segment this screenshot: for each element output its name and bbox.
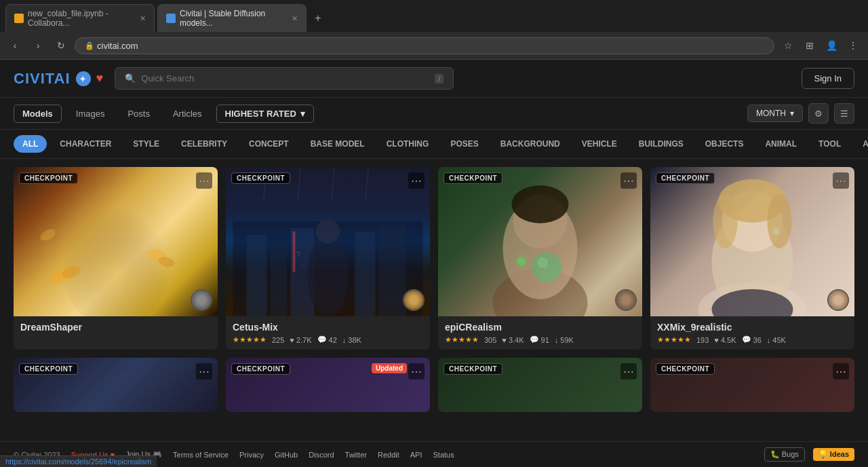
cat-btn-tool[interactable]: TOOL — [810, 135, 850, 153]
footer-twitter-link[interactable]: Twitter — [345, 451, 367, 459]
card-menu-bottom2[interactable]: ⋯ — [408, 363, 425, 379]
model-card-cetus[interactable]: ラ ン CHECKPOINT ⋯ Cetus-Mix ★★★★★ 225 — [226, 167, 430, 350]
cat-btn-style[interactable]: STYLE — [124, 135, 168, 153]
logo-plus-button[interactable]: + — [76, 71, 91, 86]
search-input[interactable] — [141, 73, 429, 83]
tab-close-colab[interactable]: ✕ — [140, 14, 146, 23]
card-badge-epic: CHECKPOINT — [443, 172, 502, 184]
card-badge-dreamshaper: CHECKPOINT — [19, 172, 78, 184]
logo-heart-icon[interactable]: ♥ — [96, 71, 104, 86]
filter-tab-models[interactable]: Models — [14, 105, 62, 123]
heart-icon-xxmix: ♥ — [714, 336, 719, 344]
footer-right: 🐛 Bugs 💡 Ideas — [764, 447, 854, 462]
profile-button[interactable]: 👤 — [822, 36, 841, 55]
card-badge-bottom4: CHECKPOINT — [656, 363, 715, 375]
rating-count-xxmix: 193 — [696, 336, 709, 344]
search-bar[interactable]: 🔍 / — [115, 67, 454, 90]
footer-api-link[interactable]: API — [410, 451, 422, 459]
cat-btn-celebrity[interactable]: CELEBRITY — [172, 135, 236, 153]
svg-rect-7 — [247, 235, 267, 316]
cat-btn-character[interactable]: CHARACTER — [51, 135, 120, 153]
svg-rect-8 — [271, 242, 288, 316]
forward-button[interactable]: › — [28, 36, 47, 55]
ideas-button[interactable]: 💡 Ideas — [813, 448, 854, 461]
download-icon-cetus: ↓ — [342, 336, 347, 344]
card-badge-bottom1: CHECKPOINT — [19, 363, 78, 375]
comment-icon-cetus: 💬 — [317, 335, 327, 344]
card-avatar-epic — [615, 289, 637, 311]
bug-report-button[interactable]: 🐛 Bugs — [764, 447, 805, 462]
downloads-cetus: ↓ 38K — [342, 336, 361, 344]
svg-line-17 — [332, 167, 335, 201]
cat-btn-vehicle[interactable]: VEHICLE — [573, 135, 626, 153]
model-card-bottom4[interactable]: CHECKPOINT ⋯ — [650, 358, 854, 412]
reload-button[interactable]: ↻ — [52, 36, 71, 55]
filter-bar: Models Images Posts Articles HIGHEST RAT… — [0, 98, 868, 130]
card-image-dreamshaper: CHECKPOINT ⋯ — [14, 167, 218, 316]
cat-btn-objects[interactable]: OBJECTS — [696, 135, 753, 153]
cat-btn-buildings[interactable]: BUILDINGS — [630, 135, 692, 153]
tab-close-civitai[interactable]: ✕ — [292, 14, 298, 23]
footer-status-link[interactable]: Status — [433, 451, 454, 459]
tab-civitai[interactable]: Civitai | Stable Diffusion models... ✕ — [157, 4, 307, 32]
model-card-bottom1[interactable]: CHECKPOINT ⋯ — [14, 358, 218, 412]
model-card-bottom2[interactable]: CHECKPOINT Updated ⋯ — [226, 358, 430, 412]
cat-btn-background[interactable]: BACKGROUND — [492, 135, 569, 153]
card-menu-cetus[interactable]: ⋯ — [408, 172, 425, 189]
footer-reddit-link[interactable]: Reddit — [378, 451, 399, 459]
period-sort-button[interactable]: MONTH ▾ — [747, 105, 803, 122]
highest-rated-button[interactable]: HIGHEST RATED ▾ — [216, 105, 314, 123]
footer-discord-link[interactable]: Discord — [309, 451, 334, 459]
svg-point-19 — [308, 235, 349, 316]
card-image-xxmix: CHECKPOINT ⋯ — [650, 167, 854, 316]
new-tab-button[interactable]: + — [309, 10, 327, 27]
cat-btn-clothing[interactable]: CLOTHING — [378, 135, 438, 153]
model-card-bottom3[interactable]: CHECKPOINT ⋯ — [438, 358, 642, 412]
footer-tos-link[interactable]: Terms of Service — [173, 451, 229, 459]
cat-btn-action[interactable]: ACTION — [854, 135, 868, 153]
model-card-epic[interactable]: CHECKPOINT ⋯ epiCRealism ★★★★★ 305 ♥ 3.4… — [438, 167, 642, 350]
cat-btn-poses[interactable]: POSES — [441, 135, 487, 153]
extensions-button[interactable]: ⊞ — [800, 36, 819, 55]
likes-cetus: ♥ 2.7K — [290, 336, 311, 344]
filter-tab-articles[interactable]: Articles — [164, 105, 211, 123]
svg-rect-10 — [355, 231, 376, 316]
model-card-dreamshaper[interactable]: CHECKPOINT ⋯ DreamShaper — [14, 167, 218, 350]
tab-favicon-civitai — [166, 14, 176, 23]
status-bar-url: https://civitai.com/models/25694/epicrea… — [0, 455, 157, 467]
card-menu-bottom3[interactable]: ⋯ — [620, 363, 637, 379]
download-icon-xxmix: ↓ — [767, 336, 771, 344]
footer-github-link[interactable]: GitHub — [275, 451, 298, 459]
svg-point-24 — [512, 185, 569, 223]
card-menu-bottom4[interactable]: ⋯ — [833, 363, 849, 379]
view-toggle-button[interactable]: ☰ — [834, 103, 854, 124]
filter-options-button[interactable]: ⚙ — [808, 103, 829, 124]
tab-colab[interactable]: new_colab_file.ipynb - Collabora... ✕ — [5, 4, 155, 32]
models-grid: CHECKPOINT ⋯ DreamShaper ラ — [0, 159, 868, 420]
address-bar[interactable]: 🔒 civitai.com — [75, 37, 774, 54]
card-menu-dreamshaper[interactable]: ⋯ — [196, 172, 212, 189]
period-chevron: ▾ — [790, 109, 794, 118]
card-menu-xxmix[interactable]: ⋯ — [833, 172, 849, 189]
bookmark-button[interactable]: ☆ — [778, 36, 797, 55]
filter-tab-images[interactable]: Images — [67, 105, 114, 123]
cat-btn-base-model[interactable]: BASE MODEL — [302, 135, 374, 153]
cat-btn-animal[interactable]: ANIMAL — [756, 135, 806, 153]
cat-btn-concept[interactable]: CONCEPT — [240, 135, 298, 153]
card-badge-bottom2: CHECKPOINT — [231, 363, 290, 375]
sign-in-button[interactable]: Sign In — [802, 68, 854, 89]
footer-privacy-link[interactable]: Privacy — [239, 451, 264, 459]
back-button[interactable]: ‹ — [5, 36, 24, 55]
card-avatar-cetus — [403, 289, 425, 311]
card-menu-epic[interactable]: ⋯ — [620, 172, 637, 189]
filter-tab-posts[interactable]: Posts — [119, 105, 159, 123]
logo[interactable]: CIVITAI + ♥ — [14, 70, 104, 88]
card-avatar-dreamshaper — [191, 289, 212, 311]
cat-btn-all[interactable]: ALL — [14, 135, 47, 153]
tab-favicon-colab — [14, 14, 24, 23]
card-image-epic: CHECKPOINT ⋯ — [438, 167, 642, 316]
model-card-xxmix[interactable]: CHECKPOINT ⋯ XXMix_9realistic ★★★★★ 193 … — [650, 167, 854, 350]
menu-button[interactable]: ⋮ — [844, 36, 863, 55]
card-menu-bottom1[interactable]: ⋯ — [196, 363, 212, 379]
svg-line-16 — [298, 167, 301, 201]
